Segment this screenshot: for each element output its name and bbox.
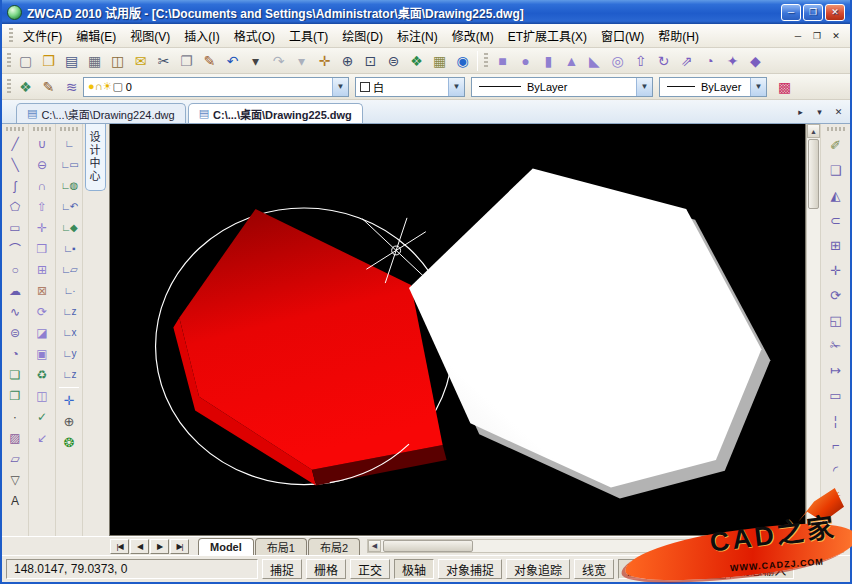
- shell-icon[interactable]: ▣: [30, 343, 55, 364]
- revolve-icon[interactable]: ↻: [652, 50, 675, 72]
- check-icon[interactable]: ✓: [30, 406, 55, 427]
- clean-icon[interactable]: ♻: [30, 364, 55, 385]
- undo-icon[interactable]: ↶: [221, 50, 244, 72]
- lock-icon[interactable]: ∩: [95, 81, 103, 92]
- dropdown-arrow-icon[interactable]: ▼: [750, 78, 766, 96]
- imprint-icon[interactable]: ⊠: [30, 280, 55, 301]
- linetype-combo[interactable]: ByLayer ▼: [471, 77, 653, 97]
- toolbar-grip[interactable]: [7, 53, 11, 68]
- hatch-icon[interactable]: ▨: [3, 427, 28, 448]
- status-toggle-button[interactable]: 动态输入: [730, 559, 794, 579]
- mdi-minimize-icon[interactable]: ─: [790, 29, 806, 43]
- move-faces-icon[interactable]: ✛: [30, 217, 55, 238]
- first-layout-button[interactable]: |◀: [110, 539, 129, 554]
- scroll-up-icon[interactable]: ▲: [807, 124, 820, 138]
- undo-dropdown-icon[interactable]: ▾: [244, 50, 267, 72]
- subtract-icon[interactable]: ⊖: [30, 154, 55, 175]
- pan-icon[interactable]: ✛: [313, 50, 336, 72]
- scroll-left-icon[interactable]: ◀: [368, 540, 381, 552]
- layer-previous-icon[interactable]: ≋: [60, 76, 83, 98]
- trim-icon[interactable]: ✁: [823, 333, 849, 358]
- ucs-previous-icon[interactable]: ∟↶: [57, 196, 82, 217]
- menu-item[interactable]: 视图(V): [123, 24, 177, 47]
- cylinder-icon[interactable]: ▮: [537, 50, 560, 72]
- copy-object-icon[interactable]: ❑: [823, 158, 849, 183]
- toolbar-grip[interactable]: [6, 127, 24, 131]
- offset-icon[interactable]: ⊂: [823, 208, 849, 233]
- arc-icon[interactable]: ⌒: [3, 238, 28, 259]
- status-toggle-button[interactable]: 数字化仪: [662, 559, 726, 579]
- vertical-scroll-thumb[interactable]: [808, 139, 819, 209]
- sphere-icon[interactable]: ●: [514, 50, 537, 72]
- break-at-point-icon[interactable]: ¦: [823, 408, 849, 433]
- menu-item[interactable]: 工具(T): [282, 24, 335, 47]
- ucs-named-icon[interactable]: ∟▭: [57, 154, 82, 175]
- menu-item[interactable]: 编辑(E): [69, 24, 123, 47]
- menu-item[interactable]: 绘图(D): [335, 24, 390, 47]
- next-layout-button[interactable]: ▶: [150, 539, 169, 554]
- orbit-icon[interactable]: ❂: [57, 432, 82, 453]
- separate-icon[interactable]: ◫: [30, 385, 55, 406]
- array-icon[interactable]: ⊞: [823, 233, 849, 258]
- ellipse-icon[interactable]: ⊜: [3, 322, 28, 343]
- copy-icon[interactable]: ❐: [175, 50, 198, 72]
- layer-manager-icon[interactable]: ❖: [14, 76, 37, 98]
- region-icon[interactable]: ▱: [3, 448, 28, 469]
- intersect-icon[interactable]: ∩: [30, 175, 55, 196]
- extrude-icon[interactable]: ⇧: [629, 50, 652, 72]
- ucs-face-icon[interactable]: ∟▪: [57, 238, 82, 259]
- menu-item[interactable]: ET扩展工具(X): [501, 24, 594, 47]
- color-combo[interactable]: 白 ▼: [355, 77, 465, 97]
- layout-tab[interactable]: 布局1: [255, 538, 307, 555]
- mirror-icon[interactable]: ◭: [823, 183, 849, 208]
- wipeout-icon[interactable]: ▽: [3, 469, 28, 490]
- ucs-view-icon[interactable]: ∟▱: [57, 259, 82, 280]
- loft-icon[interactable]: ◔: [698, 50, 721, 72]
- horizontal-scroll-thumb[interactable]: [383, 540, 473, 552]
- redo-dropdown-icon[interactable]: ▾: [290, 50, 313, 72]
- status-toggle-button[interactable]: 对象捕捉: [438, 559, 502, 579]
- text-icon[interactable]: A: [3, 490, 28, 511]
- toolbar-grip[interactable]: [60, 127, 78, 131]
- break-icon[interactable]: ▭: [823, 383, 849, 408]
- menu-item[interactable]: 帮助(H): [651, 24, 706, 47]
- status-toggle-button[interactable]: 极轴: [394, 559, 434, 579]
- spline-icon[interactable]: ∿: [3, 301, 28, 322]
- new-icon[interactable]: ▢: [14, 50, 37, 72]
- construction-line-icon[interactable]: ╲: [3, 154, 28, 175]
- vertical-scrollbar[interactable]: ▲ ▼: [806, 124, 820, 536]
- dropdown-arrow-icon[interactable]: ▼: [448, 78, 464, 96]
- last-layout-button[interactable]: ▶|: [170, 539, 189, 554]
- erase-icon[interactable]: ✐: [823, 133, 849, 158]
- explode-icon[interactable]: ✳: [823, 483, 849, 508]
- torus-icon[interactable]: ◎: [606, 50, 629, 72]
- document-tab[interactable]: ▤ C:\...\桌面\Drawing224.dwg: [16, 103, 186, 123]
- render-icon[interactable]: ◆: [744, 50, 767, 72]
- cone-icon[interactable]: ▲: [560, 50, 583, 72]
- calculator-icon[interactable]: ▦: [428, 50, 451, 72]
- menu-item[interactable]: 修改(M): [445, 24, 501, 47]
- tab-close-icon[interactable]: ✕: [831, 105, 846, 119]
- document-tab[interactable]: ▤ C:\...\桌面\Drawing225.dwg: [188, 103, 363, 123]
- insert-block-icon[interactable]: ❏: [3, 364, 28, 385]
- vertical-scroll-track[interactable]: [807, 138, 820, 522]
- make-block-icon[interactable]: ❐: [3, 385, 28, 406]
- point-icon[interactable]: ∙: [3, 406, 28, 427]
- save-icon[interactable]: ▤: [60, 50, 83, 72]
- redo-icon[interactable]: ↷: [267, 50, 290, 72]
- scroll-down-icon[interactable]: ▼: [807, 522, 820, 536]
- box-icon[interactable]: ■: [491, 50, 514, 72]
- extend-icon[interactable]: ↦: [823, 358, 849, 383]
- extrude-faces-icon[interactable]: ⇧: [30, 196, 55, 217]
- toolbar-grip[interactable]: [827, 127, 845, 131]
- polygon-icon[interactable]: ⬠: [3, 196, 28, 217]
- ucs-zaxis-icon[interactable]: ∟z: [57, 301, 82, 322]
- design-center-tab[interactable]: 设计中心: [85, 124, 106, 191]
- print-preview-icon[interactable]: ◫: [106, 50, 129, 72]
- copy-faces-icon[interactable]: ❒: [30, 238, 55, 259]
- polyline-icon[interactable]: ʃ: [3, 175, 28, 196]
- ucs-icon[interactable]: ∟: [57, 133, 82, 154]
- toolbar-grip[interactable]: [484, 53, 488, 68]
- rotate-faces-icon[interactable]: ⟳: [30, 301, 55, 322]
- ucs-rotate-x-icon[interactable]: ∟x: [57, 322, 82, 343]
